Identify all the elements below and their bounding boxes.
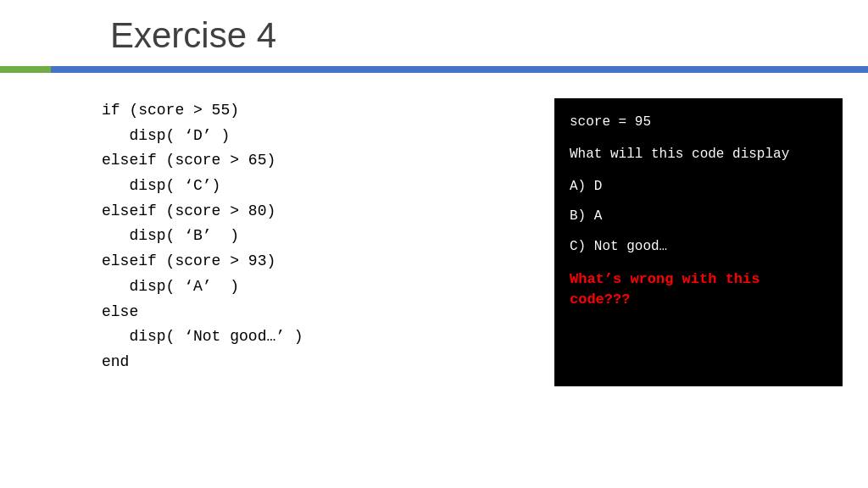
quiz-option-b: B) A — [570, 206, 827, 228]
code-line: end — [102, 350, 520, 375]
code-line: elseif (score > 80) — [102, 199, 520, 225]
code-line: disp( ‘B’ ) — [102, 224, 520, 249]
blue-bar — [0, 66, 868, 73]
quiz-panel: score = 95 What will this code display A… — [554, 98, 843, 386]
quiz-option-a: A) D — [570, 176, 827, 198]
page-title: Exercise 4 — [0, 0, 868, 56]
code-line: disp( ‘A’ ) — [102, 274, 520, 300]
code-line: elseif (score > 65) — [102, 148, 520, 174]
quiz-option-c: C) Not good… — [570, 236, 827, 258]
code-line: if (score > 55) — [102, 98, 520, 124]
code-line: else — [102, 300, 520, 325]
code-line: disp( ‘D’ ) — [102, 124, 520, 149]
code-line: elseif (score > 93) — [102, 249, 520, 274]
quiz-wrong: What’s wrong with this code??? — [570, 269, 827, 310]
code-line: disp( ‘Not good…’ ) — [102, 324, 520, 350]
code-block: if (score > 55) disp( ‘D’ )elseif (score… — [102, 98, 520, 386]
quiz-score: score = 95 — [570, 112, 827, 134]
code-line: disp( ‘C’) — [102, 174, 520, 199]
quiz-question: What will this code display — [570, 144, 827, 164]
